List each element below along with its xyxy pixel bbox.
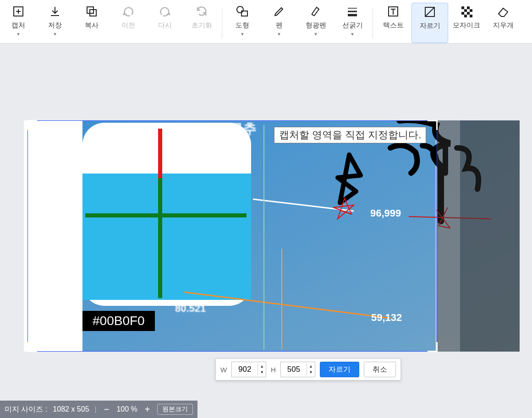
tool-highlight[interactable]: 형광펜▼ <box>297 3 334 43</box>
tool-label: 도형 <box>236 21 249 30</box>
tool-copy[interactable]: 복사 <box>73 3 110 43</box>
tool-eraser[interactable]: 지우개 <box>485 3 521 43</box>
status-separator: | <box>95 405 97 413</box>
status-bar: 미지 사이즈 : 1082 x 505 | − 100 % + 원본크기 <box>0 401 197 418</box>
copy-icon <box>86 5 98 18</box>
tool-label: 선굵기 <box>342 21 363 30</box>
chevron-down-icon: ▼ <box>350 32 355 37</box>
crop-cancel-button[interactable]: 취소 <box>364 362 396 377</box>
tool-shape[interactable]: 도형▼ <box>224 3 261 43</box>
tool-label: 지우개 <box>493 21 514 30</box>
tool-recapture[interactable]: 캡처▼ <box>0 3 37 43</box>
tool-label: 모자이크 <box>453 21 480 30</box>
line-weight-icon <box>346 5 358 18</box>
tool-text[interactable]: 텍스트 <box>375 3 411 43</box>
crop-handle-bottom-left[interactable] <box>27 342 37 352</box>
svg-rect-17 <box>461 12 464 15</box>
captured-image-wrap: 캡처할 영역을 직접 지정합니다. 96,999 59,132 80.521 공… <box>24 120 520 352</box>
svg-rect-16 <box>470 9 472 12</box>
chevron-down-icon: ▼ <box>53 32 57 37</box>
tool-label: 펜 <box>276 21 283 30</box>
tool-label: 텍스트 <box>383 21 404 30</box>
crop-rectangle[interactable] <box>27 120 437 352</box>
svg-point-5 <box>237 6 243 13</box>
crop-handle-top-right[interactable] <box>428 120 438 130</box>
tool-pen[interactable]: 펜▼ <box>261 3 297 43</box>
toolbar: 캡처▼저장▼복사이전다시초기화도형▼펜▼형광펜▼선굵기▼텍스트자르기모자이크지우… <box>0 0 532 43</box>
svg-rect-19 <box>464 15 467 17</box>
height-up-icon[interactable]: ▲ <box>307 364 315 369</box>
reset-icon <box>196 5 208 18</box>
tool-label: 다시 <box>158 21 172 30</box>
tool-label: 복사 <box>85 21 99 30</box>
text-icon <box>387 5 399 18</box>
svg-rect-18 <box>467 12 470 15</box>
chevron-down-icon: ▼ <box>277 32 281 37</box>
tool-label: 저장 <box>48 21 62 30</box>
width-label: W <box>220 366 227 374</box>
highlighter-icon <box>310 5 322 18</box>
original-size-button[interactable]: 원본크기 <box>157 404 193 415</box>
tool-reset: 초기화 <box>183 3 220 43</box>
tool-label: 캡처 <box>11 21 25 30</box>
tool-label: 초기화 <box>192 21 212 30</box>
tool-redo: 다시 <box>147 3 183 43</box>
height-label: H <box>271 366 276 374</box>
pen-icon <box>273 5 285 18</box>
crop-width-input[interactable] <box>232 362 258 377</box>
tool-crop[interactable]: 자르기 <box>411 3 448 43</box>
tool-mosaic[interactable]: 모자이크 <box>448 3 485 43</box>
tool-save[interactable]: 저장▼ <box>37 3 73 43</box>
svg-rect-20 <box>470 15 472 17</box>
chevron-down-icon: ▼ <box>313 32 318 37</box>
crop-icon <box>424 5 436 19</box>
tool-label: 자르기 <box>420 22 440 30</box>
tool-label: 이전 <box>121 21 135 30</box>
svg-rect-14 <box>467 6 470 9</box>
shape-icon <box>236 5 249 18</box>
canvas-area: 캡처할 영역을 직접 지정합니다. 96,999 59,132 80.521 공… <box>0 43 532 401</box>
redo-icon <box>159 5 171 18</box>
crop-size-bar: W ▲▼ H ▲▼ 자르기 취소 <box>215 358 401 380</box>
width-up-icon[interactable]: ▲ <box>258 364 266 369</box>
zoom-out-button[interactable]: − <box>102 405 111 414</box>
eraser-icon <box>497 5 510 18</box>
chevron-down-icon: ▼ <box>240 32 245 37</box>
zoom-level: 100 % <box>116 405 137 413</box>
zoom-in-button[interactable]: + <box>143 405 152 414</box>
chevron-down-icon: ▼ <box>16 32 21 37</box>
width-down-icon[interactable]: ▼ <box>258 369 266 375</box>
svg-rect-15 <box>464 9 467 12</box>
svg-rect-13 <box>461 6 464 9</box>
undo-icon <box>122 5 134 18</box>
crop-apply-button[interactable]: 자르기 <box>320 362 359 377</box>
crop-mask <box>437 120 520 352</box>
image-size-label: 미지 사이즈 : <box>5 405 47 414</box>
crop-height-input[interactable] <box>281 362 307 377</box>
tool-label: 형광펜 <box>306 21 326 30</box>
tool-lineweight[interactable]: 선굵기▼ <box>334 3 371 43</box>
plus-frame-icon <box>12 5 24 18</box>
mosaic-icon <box>461 5 472 18</box>
height-down-icon[interactable]: ▼ <box>307 369 315 375</box>
download-icon <box>49 5 61 18</box>
svg-line-12 <box>426 8 434 16</box>
crop-handle-top-left[interactable] <box>27 120 37 130</box>
tool-undo: 이전 <box>110 3 147 43</box>
image-size-value: 1082 x 505 <box>53 405 89 413</box>
crop-handle-bottom-right[interactable] <box>428 342 438 352</box>
